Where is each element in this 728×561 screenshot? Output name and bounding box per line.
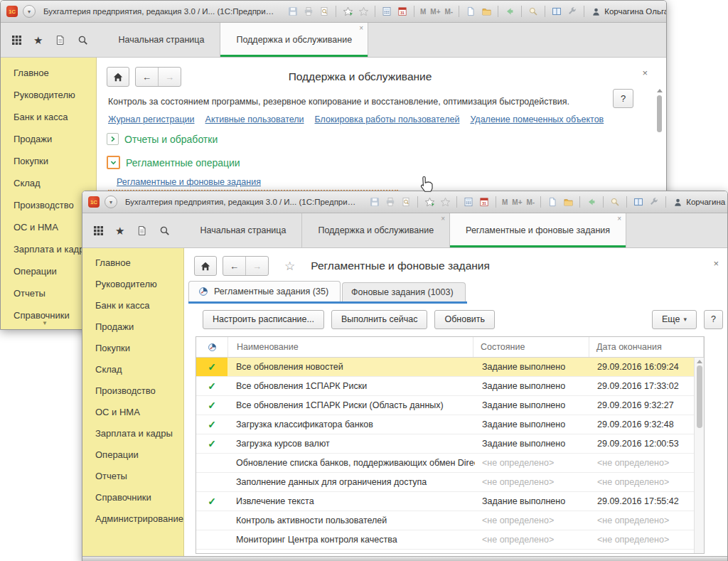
table-row[interactable]: ✓ Все обновления 1СПАРК Риски (Область д… (196, 396, 704, 415)
tab-home[interactable]: Начальная страница (184, 213, 302, 247)
print-icon[interactable] (303, 6, 314, 17)
sidebar-item[interactable]: Склад (82, 359, 183, 380)
refresh-button[interactable]: Обновить (434, 310, 495, 329)
close-tab-icon[interactable]: × (359, 25, 363, 32)
date-column-header[interactable]: Дата окончания (589, 337, 704, 357)
home-button[interactable] (194, 256, 217, 276)
table-row[interactable]: ✓ Извлечение текста Задание выполнено 29… (196, 492, 704, 511)
link-active-users[interactable]: Активные пользователи (205, 114, 304, 124)
save-icon[interactable] (369, 196, 380, 208)
table-row[interactable]: Заполнение данных для ограничения доступ… (196, 473, 704, 492)
view-tab-background[interactable]: Фоновые задания (1003) (342, 282, 466, 301)
scroll-thumb[interactable] (697, 365, 702, 428)
sidebar-item[interactable]: Продажи (1, 128, 96, 150)
table-row[interactable]: ✓ Загрузка курсов валют Задание выполнен… (196, 434, 704, 454)
table-row[interactable]: ✓ Все обновления новостей Задание выполн… (196, 358, 704, 377)
link-scheduled-jobs[interactable]: Регламентные и фоновые задания (117, 177, 261, 187)
forward-button[interactable]: → (246, 257, 268, 275)
app-logo-icon[interactable]: 1С (88, 196, 100, 208)
memory-minus-button[interactable]: М- (527, 198, 535, 206)
search-all-icon[interactable] (609, 196, 621, 208)
scroll-thumb[interactable] (657, 95, 662, 132)
scroll-up-icon[interactable] (657, 89, 663, 92)
table-row[interactable]: Обновление списка банков, поддерживающих… (196, 454, 704, 473)
close-tab-icon[interactable]: × (617, 215, 621, 223)
tab-support[interactable]: Поддержка и обслуживание × (302, 213, 450, 247)
tab-home[interactable]: Начальная страница (102, 23, 220, 57)
service-wrench-icon[interactable] (567, 6, 578, 17)
section-label[interactable]: Отчеты и обработки (124, 134, 218, 145)
sidebar-item[interactable]: Операции (82, 444, 183, 466)
sidebar-item[interactable]: Банк и касса (82, 295, 183, 316)
table-row[interactable]: Контроль активности пользователей <не оп… (196, 511, 704, 530)
close-page-icon[interactable]: × (642, 68, 648, 78)
open-folder-icon[interactable] (562, 196, 574, 208)
link-delete-marked[interactable]: Удаление помеченных объектов (470, 114, 604, 124)
back-button[interactable]: ← (223, 257, 246, 275)
run-now-button[interactable]: Выполнить сейчас (331, 310, 428, 329)
print-icon[interactable] (385, 196, 396, 208)
help-button[interactable]: ? (613, 89, 633, 108)
close-page-icon[interactable]: × (713, 258, 719, 269)
new-document-icon[interactable] (465, 6, 476, 17)
table-row[interactable]: ✓ Все обновления 1СПАРК Риски Задание вы… (196, 377, 704, 396)
sidebar-item[interactable]: Банк и касса (1, 106, 96, 128)
tab-scheduled-jobs[interactable]: Регламентные и фоновые задания × (450, 213, 626, 247)
history-back-icon[interactable] (586, 196, 597, 208)
sidebar-item[interactable]: Руководителю (82, 274, 183, 295)
sidebar-item[interactable]: Покупки (82, 338, 183, 359)
split-view-icon[interactable] (551, 6, 562, 17)
favorites-menu-icon[interactable]: ★ (115, 225, 124, 236)
sidebar-item[interactable]: Отчеты (82, 466, 183, 487)
add-favorite-icon[interactable] (342, 6, 353, 17)
chevron-down-icon[interactable] (107, 156, 120, 169)
help-button[interactable]: ? (704, 310, 723, 329)
sidebar-item[interactable]: Производство (82, 380, 183, 402)
table-row[interactable]: Наличие новых эд в сервисе ЭДО <не опред… (196, 550, 704, 554)
sidebar-item[interactable]: Главное (1, 62, 96, 84)
split-view-icon[interactable] (633, 196, 644, 208)
sidebar-more-icon[interactable]: ▼ (42, 320, 48, 326)
section-reports[interactable]: Отчеты и обработки (107, 133, 218, 145)
search-icon[interactable] (159, 225, 170, 236)
main-menu-icon[interactable] (92, 225, 104, 236)
section-scheduled-ops[interactable]: Регламентные операции (107, 156, 240, 169)
app-logo-icon[interactable]: 1С (6, 6, 18, 17)
table-row[interactable]: ✓ Загрузка классификатора банков Задание… (196, 415, 704, 434)
search-all-icon[interactable] (528, 6, 539, 17)
history-back-icon[interactable] (504, 6, 515, 17)
link-user-lock[interactable]: Блокировка работы пользователей (315, 114, 460, 124)
close-tab-icon[interactable]: × (441, 215, 445, 223)
new-document-icon[interactable] (547, 196, 558, 208)
memory-recall-button[interactable]: М (502, 198, 508, 206)
name-column-header[interactable]: Наименование (228, 337, 473, 357)
memory-plus-button[interactable]: М+ (430, 8, 440, 16)
service-wrench-icon[interactable] (648, 196, 660, 208)
history-icon[interactable] (54, 34, 65, 46)
search-icon[interactable] (77, 34, 88, 46)
favorite-star-icon[interactable]: ☆ (284, 259, 295, 274)
state-column-header[interactable]: Состояние (473, 337, 589, 357)
sidebar-item[interactable]: Администрирование (82, 508, 183, 530)
sidebar-item[interactable]: Склад (1, 172, 96, 194)
sidebar-item[interactable]: Зарплата и кадры (82, 423, 183, 444)
calculator-icon[interactable] (381, 6, 392, 17)
chevron-right-icon[interactable] (107, 133, 119, 145)
history-icon[interactable] (136, 225, 147, 236)
current-user[interactable]: Корчагина Ольга (590, 6, 667, 17)
save-icon[interactable] (287, 6, 299, 17)
favorites-icon[interactable] (439, 196, 451, 208)
sidebar-item[interactable]: ОС и НМА (82, 402, 183, 423)
status-column-header[interactable] (196, 337, 228, 357)
scroll-up-icon[interactable] (697, 360, 702, 363)
table-scrollbar[interactable] (694, 358, 704, 553)
preview-icon[interactable] (318, 6, 330, 17)
sidebar-item[interactable]: Покупки (1, 150, 96, 172)
section-label[interactable]: Регламентные операции (126, 157, 240, 169)
sidebar-item[interactable]: Главное (82, 252, 183, 274)
tab-support[interactable]: Поддержка и обслуживание × (220, 23, 368, 57)
main-menu-icon[interactable] (11, 34, 22, 46)
link-event-log[interactable]: Журнал регистрации (108, 114, 195, 124)
memory-plus-button[interactable]: М+ (512, 198, 522, 206)
open-folder-icon[interactable] (481, 6, 492, 17)
